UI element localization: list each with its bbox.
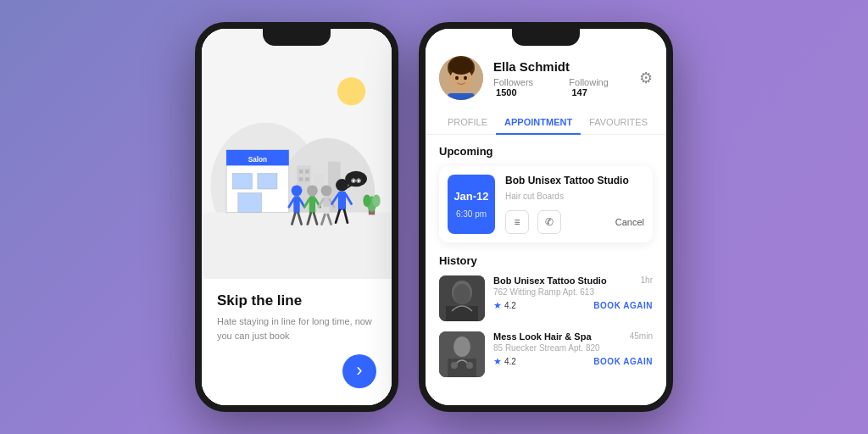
tab-profile[interactable]: PROFILE [439,110,496,134]
profile-stats: Followers 1500 Following 147 [493,77,629,97]
phone-2: Ella Schmidt Followers 1500 Following 14… [419,22,673,412]
history-item-1: Bob Unisex Tattoo Studio 1hr 762 Witting… [439,275,653,321]
svg-point-48 [363,194,370,207]
appointment-date: Jan-12 [453,190,488,203]
history-thumb-2 [439,331,485,377]
tab-favourites[interactable]: FAVOURITES [581,110,656,134]
svg-point-65 [466,362,473,369]
history-duration-2: 45min [630,331,653,341]
history-info-1: Bob Unisex Tattoo Studio 1hr 762 Witting… [493,275,653,311]
svg-rect-60 [446,306,478,321]
history-name-2: Mess Look Hair & Spa [493,331,625,342]
svg-rect-17 [305,177,309,181]
svg-point-30 [321,185,332,196]
svg-rect-56 [448,93,475,100]
svg-point-49 [372,194,380,207]
phone1-subtitle: Hate staying in line for long time, now … [217,314,376,342]
svg-point-55 [464,76,467,80]
svg-point-64 [451,362,458,369]
svg-point-53 [449,58,473,75]
upcoming-title: Upcoming [439,145,653,158]
svg-rect-38 [338,192,346,210]
appointment-business: Bob Unisex Tattoo Studio [505,175,644,186]
svg-rect-14 [299,170,303,174]
cancel-button[interactable]: Cancel [615,217,644,227]
followers-label: Followers 1500 [493,77,559,97]
svg-rect-16 [299,177,303,181]
profile-name: Ella Schmidt [493,59,629,74]
profile-body: Upcoming Jan-12 6:30 pm Bob Unisex Tatto… [426,135,666,405]
appointment-time: 6:30 pm [456,209,487,219]
svg-rect-32 [323,207,329,214]
appointment-actions: ≡ ✆ Cancel [505,210,644,234]
book-again-button-2[interactable]: BOOK AGAIN [593,357,653,366]
phone1-title: Skip the line [217,292,376,309]
history-title: History [439,254,653,267]
history-info-2: Mess Look Hair & Spa 45min 85 Ruecker St… [493,331,653,367]
svg-rect-4 [203,213,390,279]
svg-rect-31 [323,196,329,207]
reschedule-button[interactable]: ≡ [505,210,529,234]
svg-rect-10 [238,193,262,213]
svg-rect-9 [258,174,277,189]
svg-point-54 [455,76,459,80]
settings-icon[interactable]: ⚙ [639,69,653,87]
history-rating-2: ★ 4.2 [493,356,516,367]
history-name-1: Bob Unisex Tattoo Studio [493,275,636,286]
profile-tabs: PROFILE APPOINTMENT FAVOURITES [426,110,666,135]
svg-text:◉◉: ◉◉ [351,176,361,184]
appointment-services: Hair cut Boards [505,192,644,201]
history-address-2: 85 Ruecker Stream Apt. 820 [493,343,653,353]
book-again-button-1[interactable]: BOOK AGAIN [593,301,653,310]
illustration-area: Salon [202,29,392,279]
history-rating-1: ★ 4.2 [493,300,516,311]
history-item-2: Mess Look Hair & Spa 45min 85 Ruecker St… [439,331,653,377]
svg-point-18 [292,185,303,196]
phone1-text-section: Skip the line Hate staying in line for l… [202,279,392,405]
star-icon-1: ★ [493,300,502,311]
svg-rect-8 [232,174,252,189]
profile-header: Ella Schmidt Followers 1500 Following 14… [426,49,666,110]
history-duration-1: 1hr [641,275,653,285]
phone-1: Salon [195,22,398,412]
svg-point-3 [337,77,365,105]
next-button[interactable] [342,354,376,388]
svg-point-59 [453,284,470,304]
svg-rect-15 [305,170,309,174]
date-box: Jan-12 6:30 pm [448,175,495,234]
avatar [439,56,483,100]
tab-appointment[interactable]: APPOINTMENT [496,110,581,134]
call-button[interactable]: ✆ [537,210,561,234]
profile-info: Ella Schmidt Followers 1500 Following 14… [493,59,629,97]
svg-point-24 [307,185,318,196]
following-label: Following 147 [569,77,629,97]
svg-rect-63 [448,359,476,377]
svg-text:Salon: Salon [248,155,268,164]
history-thumb-1 [439,275,485,321]
appointment-card: Jan-12 6:30 pm Bob Unisex Tattoo Studio … [439,166,653,242]
appointment-info: Bob Unisex Tattoo Studio Hair cut Boards… [505,175,644,234]
svg-point-62 [453,337,470,357]
star-icon-2: ★ [493,356,502,367]
history-address-1: 762 Witting Ramp Apt. 613 [493,287,653,297]
